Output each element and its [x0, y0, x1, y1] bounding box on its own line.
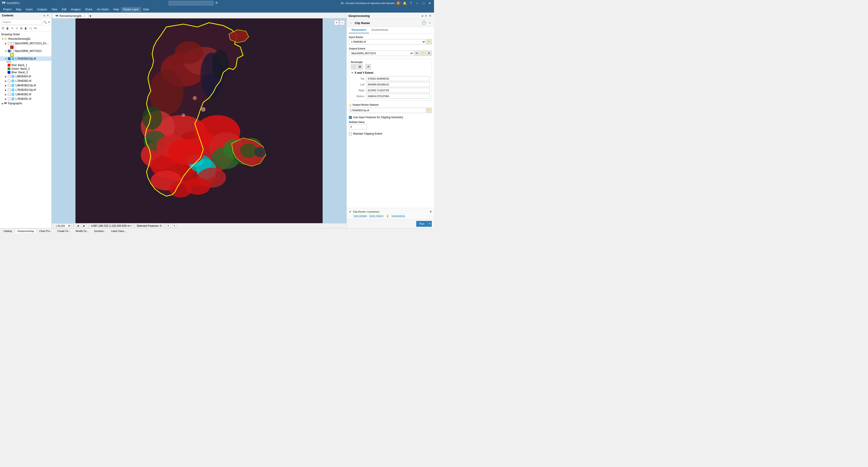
expand-icon[interactable]: ▶	[1, 102, 4, 105]
layer-l7b3clip[interactable]: ▶ 🌐 L7B3B2B1Clip.tif	[0, 88, 52, 92]
menu-imagery[interactable]: Imagery	[69, 7, 83, 12]
map-canvas[interactable]: + −	[52, 19, 346, 223]
list-by-drawing-order-btn[interactable]: ☰	[1, 26, 5, 30]
layer-mpio[interactable]: ▼ Mpio25899_MOT2013	[0, 49, 52, 53]
menu-project[interactable]: Project	[1, 7, 14, 12]
layer-l9b4[interactable]: ▶ 🌐 L9B4B3B2.tif	[0, 92, 52, 97]
open-history-link[interactable]: Open History	[369, 214, 383, 217]
bottom-tab-geoprocessing[interactable]: Geoprocessing	[15, 229, 36, 233]
select-btn[interactable]: ↗	[15, 26, 19, 30]
run-dropdown-btn[interactable]: ▾	[428, 221, 432, 227]
contents-search-input[interactable]	[1, 20, 42, 25]
left-input[interactable]	[366, 82, 430, 87]
maintain-extent-checkbox[interactable]	[349, 133, 352, 135]
extent-forward-btn[interactable]: ▶	[82, 224, 86, 228]
layer-checkbox[interactable]	[8, 75, 10, 78]
refresh-btn[interactable]: ↻	[173, 224, 177, 228]
pause-btn[interactable]: ⏸	[166, 224, 170, 228]
command-search-input[interactable]	[168, 1, 214, 5]
extent-browse-btn[interactable]: 📁	[420, 51, 426, 56]
layer-checkbox[interactable]	[8, 57, 10, 60]
layer-checkbox[interactable]	[8, 80, 10, 82]
bottom-input[interactable]	[366, 94, 430, 99]
copy-rect-btn[interactable]: ⊞	[357, 64, 363, 69]
expand-icon[interactable]: ▶	[4, 97, 7, 100]
expand-icon[interactable]: ▶	[4, 93, 7, 96]
bottom-tab-create-fe[interactable]: Create Fe...	[55, 229, 73, 233]
dropdown-tab-btn[interactable]: ▾	[88, 14, 93, 18]
contents-search-btn[interactable]: 🔍	[43, 20, 47, 24]
draw-rect-btn[interactable]: ⬜	[351, 64, 356, 69]
bottom-tab-modify-fe[interactable]: Modify Fe...	[73, 229, 91, 233]
extent-back-btn[interactable]: ◀	[76, 224, 80, 228]
layer-l7b3[interactable]: ▶ 🌐 L7B3B2B1.tif	[0, 97, 52, 101]
close-completion-btn[interactable]: ✕	[430, 210, 432, 213]
geo-add-btn[interactable]: ＋	[428, 21, 432, 25]
collapse-btn[interactable]: ◻	[29, 26, 33, 30]
use-input-features-checkbox[interactable]	[349, 116, 352, 119]
menu-view[interactable]: View	[49, 7, 60, 12]
bottom-tab-chart-pro[interactable]: Chart Pro...	[37, 229, 54, 233]
more-options-btn[interactable]: •••	[33, 26, 38, 30]
geo-close-btn[interactable]: ✕	[428, 14, 432, 18]
menu-arc-hydro[interactable]: Arc Hydro	[95, 7, 111, 12]
extent-edit-btn[interactable]: ✏	[414, 51, 420, 56]
expand-icon[interactable]: ▶	[4, 42, 7, 45]
menu-help[interactable]: Help	[111, 7, 121, 12]
draw-btn[interactable]: ✏	[10, 26, 14, 30]
layer-checkbox[interactable]	[8, 42, 10, 45]
filter-btn[interactable]: ◧	[24, 26, 28, 30]
maximize-btn[interactable]: □	[421, 1, 426, 6]
layer-checkbox[interactable]	[8, 97, 10, 100]
minimize-btn[interactable]: ─	[415, 1, 420, 6]
input-raster-select[interactable]: L7B4B3B2.tif	[349, 39, 426, 45]
layer-checkbox[interactable]	[8, 84, 10, 87]
contents-dropdown-btn[interactable]: ▾	[48, 20, 50, 24]
zoom-out-btn[interactable]: −	[340, 20, 345, 25]
list-by-source-btn[interactable]: ◧	[6, 26, 10, 30]
expand-icon[interactable]: ▶	[4, 75, 7, 78]
menu-edit[interactable]: Edit	[60, 7, 69, 12]
menu-data[interactable]: Data	[141, 7, 151, 12]
layer-l7b4[interactable]: ▶ 🌐 L7B4B3B2.tif	[0, 79, 52, 83]
layer-checkbox[interactable]	[8, 89, 10, 91]
expand-icon[interactable]: ▶	[4, 80, 7, 82]
menu-insert[interactable]: Insert	[24, 7, 35, 12]
output-dataset-browse-btn[interactable]: 📁	[426, 108, 432, 113]
contents-pin-btn[interactable]: ◂	[43, 14, 45, 17]
bottom-tab-catalog[interactable]: Catalog	[1, 229, 14, 233]
notification-btn[interactable]: 🔔	[402, 1, 407, 6]
geo-tab-environments[interactable]: Environments	[369, 27, 391, 33]
menu-analysis[interactable]: Analysis	[35, 7, 50, 12]
view-details-link[interactable]: View Details	[353, 214, 367, 217]
map-tab-close[interactable]: ✕	[84, 15, 85, 17]
reset-rect-btn[interactable]: ↺	[366, 64, 371, 69]
menu-map[interactable]: Map	[14, 7, 23, 12]
expand-icon[interactable]: ▶	[4, 84, 7, 87]
layer-l9b5[interactable]: ▶ 🌐 L9B5B483.tif	[0, 74, 52, 79]
geo-menu-btn[interactable]: ≡	[424, 14, 428, 18]
output-extent-select[interactable]: Mpio25899_MOT2013	[349, 51, 413, 56]
geo-pin-btn[interactable]: ◂	[421, 14, 424, 18]
nodata-input[interactable]	[349, 124, 367, 129]
close-btn[interactable]: ✕	[427, 1, 432, 6]
layer-topographic[interactable]: ▶ 🗺 Topographic	[0, 101, 52, 106]
layer-checkbox[interactable]	[8, 93, 10, 96]
expand-icon[interactable]: ▼	[1, 37, 4, 40]
zoom-in-btn[interactable]: +	[334, 20, 339, 25]
expand-icon[interactable]: ▼	[4, 57, 7, 60]
geo-back-btn[interactable]: ←	[349, 21, 353, 25]
bottom-tab-symbolo[interactable]: Symbolo...	[92, 229, 108, 233]
top-input[interactable]	[366, 76, 430, 81]
expand-icon[interactable]: ▼	[4, 50, 7, 52]
menu-raster-layer[interactable]: Raster Layer	[121, 7, 141, 12]
input-raster-browse-btn[interactable]: 📁	[426, 39, 432, 45]
suggestions-link[interactable]: Suggestions	[392, 214, 405, 217]
right-input[interactable]	[366, 88, 430, 93]
layer-checkbox[interactable]	[8, 50, 10, 52]
layer-l9b4clip[interactable]: ▶ 🌐 L9B4B3B2Clip.tif	[0, 83, 52, 88]
extent-clear-btn[interactable]: ✕	[426, 51, 432, 56]
map-tab-remote-sensing[interactable]: 🗺 RemoteSensingDL ✕	[53, 13, 88, 18]
geo-help-btn[interactable]: ?	[422, 21, 426, 25]
layer-clip-tif[interactable]: ▼ 🌐 L7B4B3B2Clip.tif	[0, 56, 52, 61]
